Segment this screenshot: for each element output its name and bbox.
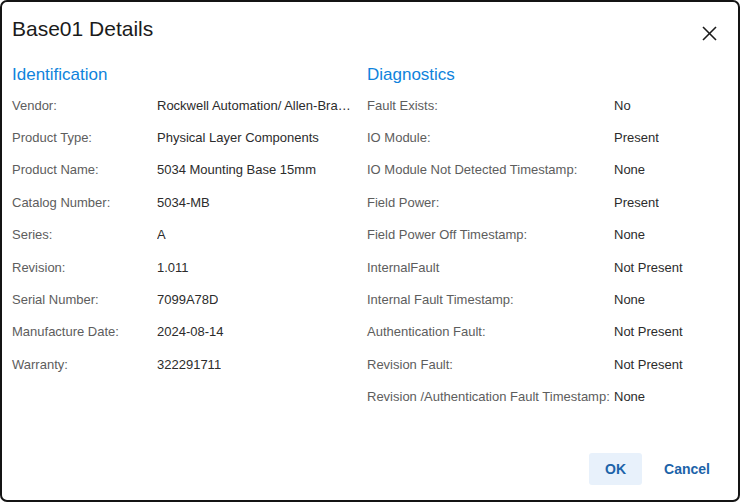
detail-row: Product Name: 5034 Mounting Base 15mm	[12, 154, 367, 186]
identification-rows: Vendor: Rockwell Automation/ Allen-Bra… …	[12, 89, 367, 381]
field-value: None	[614, 389, 645, 404]
diagnostics-rows: Fault Exists: No IO Module: Present IO M…	[367, 89, 728, 413]
field-label: Warranty:	[12, 357, 157, 372]
detail-row: Revision Fault: Not Present	[367, 348, 728, 380]
detail-row: Internal Fault Timestamp: None	[367, 283, 728, 315]
detail-row: Fault Exists: No	[367, 89, 728, 121]
field-label: Manufacture Date:	[12, 324, 157, 339]
field-label: Fault Exists:	[367, 98, 614, 113]
field-label: IO Module Not Detected Timestamp:	[367, 162, 614, 177]
field-label: Product Type:	[12, 130, 157, 145]
field-label: Revision:	[12, 260, 157, 275]
diagnostics-heading: Diagnostics	[367, 63, 728, 86]
detail-row: Field Power: Present	[367, 186, 728, 218]
field-value: Not Present	[614, 260, 683, 275]
field-label: Internal Fault Timestamp:	[367, 292, 614, 307]
field-label: IO Module:	[367, 130, 614, 145]
field-label: Series:	[12, 227, 157, 242]
field-value: Not Present	[614, 357, 683, 372]
field-label: Product Name:	[12, 162, 157, 177]
field-value: 7099A78D	[157, 292, 218, 307]
field-label: InternalFault	[367, 260, 614, 275]
identification-section: Identification Vendor: Rockwell Automati…	[12, 63, 367, 413]
detail-row: IO Module Not Detected Timestamp: None	[367, 154, 728, 186]
diagnostics-section: Diagnostics Fault Exists: No IO Module: …	[367, 63, 738, 413]
detail-row: Product Type: Physical Layer Components	[12, 121, 367, 153]
ok-button[interactable]: OK	[589, 453, 642, 485]
field-value: No	[614, 98, 631, 113]
detail-row: IO Module: Present	[367, 121, 728, 153]
detail-row: Catalog Number: 5034-MB	[12, 186, 367, 218]
field-value: None	[614, 227, 645, 242]
detail-row: Warranty: 322291711	[12, 348, 367, 380]
field-value: Present	[614, 195, 659, 210]
dialog-body: Identification Vendor: Rockwell Automati…	[2, 63, 738, 413]
field-label: Revision /Authentication Fault Timestamp…	[367, 389, 614, 404]
field-value: 1.011	[157, 260, 189, 275]
identification-heading: Identification	[12, 63, 367, 86]
detail-row: Authentication Fault: Not Present	[367, 316, 728, 348]
field-value: Rockwell Automation/ Allen-Bra…	[157, 98, 351, 113]
field-label: Serial Number:	[12, 292, 157, 307]
field-value: Physical Layer Components	[157, 130, 319, 145]
field-label: Catalog Number:	[12, 195, 157, 210]
detail-row: Series: A	[12, 219, 367, 251]
detail-row: InternalFault Not Present	[367, 251, 728, 283]
dialog-footer: OK Cancel	[589, 453, 712, 485]
field-value: Present	[614, 130, 659, 145]
field-value: 322291711	[157, 357, 221, 372]
detail-row: Vendor: Rockwell Automation/ Allen-Bra…	[12, 89, 367, 121]
field-value: 2024-08-14	[157, 324, 224, 339]
field-value: A	[157, 227, 166, 242]
field-label: Vendor:	[12, 98, 157, 113]
field-label: Revision Fault:	[367, 357, 614, 372]
field-value: None	[614, 292, 645, 307]
detail-row: Revision /Authentication Fault Timestamp…	[367, 381, 728, 413]
cancel-button[interactable]: Cancel	[662, 453, 712, 485]
field-value: Not Present	[614, 324, 683, 339]
detail-row: Manufacture Date: 2024-08-14	[12, 316, 367, 348]
field-label: Authentication Fault:	[367, 324, 614, 339]
dialog-title: Base01 Details	[12, 15, 738, 43]
field-value: None	[614, 162, 645, 177]
field-label: Field Power Off Timestamp:	[367, 227, 614, 242]
details-dialog: Base01 Details Identification Vendor: Ro…	[0, 0, 740, 502]
close-icon	[701, 25, 718, 42]
field-label: Field Power:	[367, 195, 614, 210]
field-value: 5034 Mounting Base 15mm	[157, 162, 316, 177]
detail-row: Revision: 1.011	[12, 251, 367, 283]
detail-row: Field Power Off Timestamp: None	[367, 219, 728, 251]
field-value: 5034-MB	[157, 195, 210, 210]
detail-row: Serial Number: 7099A78D	[12, 283, 367, 315]
close-button[interactable]	[696, 20, 722, 46]
